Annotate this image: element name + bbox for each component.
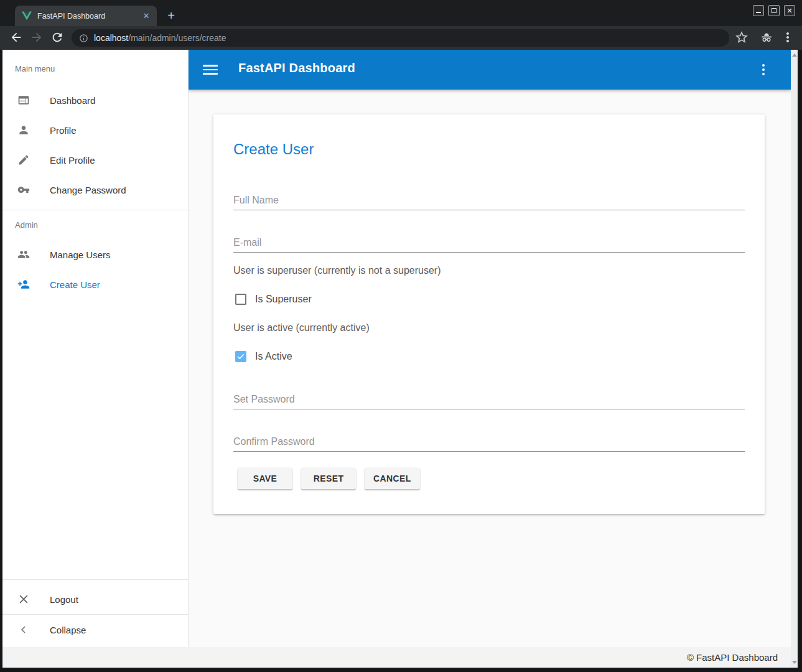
bookmark-star-icon[interactable]: [734, 30, 749, 45]
browser-kebab-menu-icon[interactable]: [780, 30, 795, 45]
chevron-left-icon: [17, 623, 30, 636]
close-icon: [17, 593, 30, 605]
sidebar-item-logout[interactable]: Logout: [2, 584, 188, 614]
checkbox-unchecked-icon[interactable]: [235, 294, 246, 305]
reset-button[interactable]: RESET: [301, 468, 356, 489]
checkbox-label: Is Superuser: [255, 294, 312, 305]
reload-icon[interactable]: [50, 30, 64, 44]
confirm-password-input[interactable]: [233, 432, 745, 452]
sidebar-item-create-user[interactable]: Create User: [2, 269, 188, 299]
superuser-hint: User is superuser (currently is not a su…: [233, 265, 441, 276]
app-kebab-menu-icon[interactable]: [756, 62, 771, 77]
browser-tab[interactable]: FastAPI Dashboard ✕: [15, 6, 157, 26]
sidebar-item-collapse[interactable]: Collapse: [2, 615, 188, 645]
sidebar-item-label: Profile: [50, 125, 77, 136]
incognito-icon: [759, 30, 774, 45]
app-footer: © FastAPI Dashboard: [2, 647, 798, 668]
set-password-input[interactable]: [233, 390, 745, 409]
sidebar-item-label: Collapse: [50, 625, 86, 635]
create-user-card: Create User User is superuser (currently…: [213, 114, 765, 514]
full-name-input[interactable]: [233, 190, 745, 210]
copyright-text: © FastAPI Dashboard: [687, 652, 778, 663]
sidebar-divider: [2, 579, 188, 580]
sidebar-item-change-password[interactable]: Change Password: [2, 175, 188, 205]
tab-title: FastAPI Dashboard: [37, 12, 141, 21]
address-bar[interactable]: localhost/main/admin/users/create: [72, 29, 729, 47]
is-active-checkbox-row[interactable]: Is Active: [235, 351, 292, 362]
active-hint: User is active (currently active): [233, 322, 370, 334]
sidebar-item-dashboard[interactable]: Dashboard: [2, 85, 188, 115]
cancel-button[interactable]: CANCEL: [365, 468, 420, 489]
dashboard-icon: [17, 94, 30, 106]
key-icon: [17, 184, 30, 196]
forward-icon[interactable]: [30, 30, 44, 44]
full-name-field-wrap: [233, 190, 745, 210]
close-window-button[interactable]: ✕: [784, 5, 795, 16]
sidebar-item-label: Change Password: [50, 185, 126, 195]
page-title: Create User: [233, 141, 314, 158]
email-field-wrap: [233, 233, 745, 253]
app-title: FastAPI Dashboard: [238, 61, 355, 75]
app-toolbar: FastAPI Dashboard: [189, 50, 791, 90]
checkbox-label: Is Active: [255, 351, 292, 362]
set-password-field-wrap: [233, 390, 745, 409]
person-icon: [17, 124, 30, 136]
scroll-up-icon[interactable]: [792, 54, 797, 57]
minimize-button[interactable]: [753, 5, 764, 16]
vue-favicon-icon: [22, 11, 32, 21]
window-controls: ✕: [753, 5, 795, 16]
checkbox-checked-icon[interactable]: [235, 351, 246, 362]
person-add-icon: [17, 278, 30, 291]
url-host: localhost: [94, 33, 128, 43]
sidebar-item-edit-profile[interactable]: Edit Profile: [2, 145, 188, 175]
pencil-icon: [17, 154, 30, 166]
people-icon: [17, 248, 30, 261]
save-button[interactable]: SAVE: [238, 468, 292, 489]
sidebar-item-profile[interactable]: Profile: [2, 115, 188, 145]
sidebar-item-label: Logout: [50, 594, 78, 605]
sidebar-divider: [2, 210, 188, 210]
confirm-password-field-wrap: [233, 432, 745, 452]
browser-titlebar: FastAPI Dashboard ✕ + ✕: [0, 0, 802, 26]
url-path: /main/admin/users/create: [128, 33, 226, 43]
form-actions: SAVE RESET CANCEL: [238, 468, 420, 489]
is-superuser-checkbox-row[interactable]: Is Superuser: [235, 294, 312, 305]
sidebar-item-label: Edit Profile: [50, 155, 95, 166]
new-tab-button[interactable]: +: [164, 9, 179, 24]
main-content: Create User User is superuser (currently…: [189, 90, 791, 647]
sidebar-item-label: Dashboard: [50, 95, 95, 106]
vertical-scrollbar[interactable]: [791, 50, 798, 668]
sidebar-section-main-menu: Main menu: [15, 64, 55, 73]
sidebar-item-manage-users[interactable]: Manage Users: [2, 240, 188, 269]
sidebar-section-admin: Admin: [15, 220, 38, 230]
scroll-down-icon[interactable]: [792, 661, 797, 664]
app-viewport: FastAPI Dashboard Main menu Dashboard Pr…: [2, 50, 798, 668]
page-info-icon[interactable]: [79, 34, 88, 43]
sidebar-item-label: Manage Users: [50, 250, 111, 260]
tab-close-icon[interactable]: ✕: [141, 11, 152, 22]
sidebar-item-label: Create User: [50, 279, 100, 290]
hamburger-menu-icon[interactable]: [203, 62, 218, 77]
back-icon[interactable]: [9, 30, 23, 44]
maximize-button[interactable]: [768, 5, 780, 16]
email-input[interactable]: [233, 233, 745, 253]
sidebar: Main menu Dashboard Profile Edit Profile…: [2, 50, 189, 647]
